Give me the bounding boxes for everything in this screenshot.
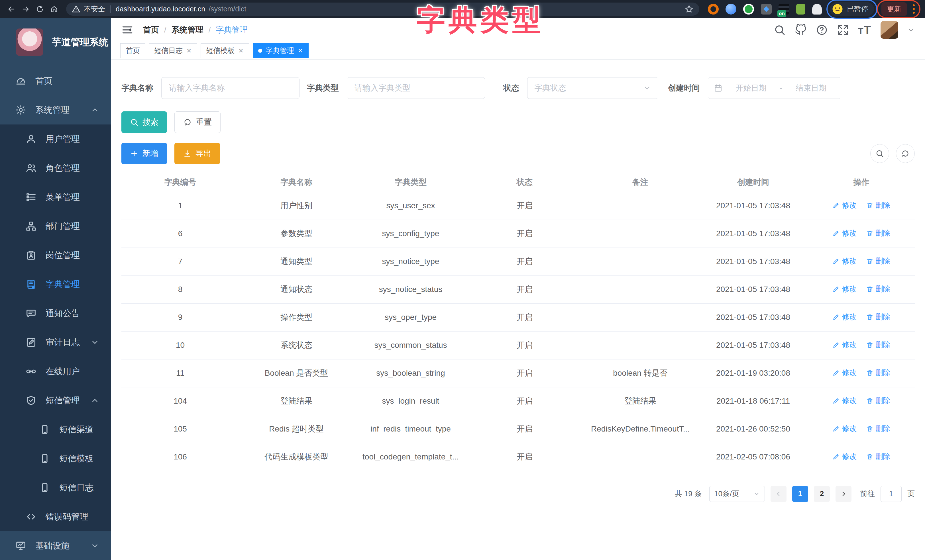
delete-link[interactable]: 删除 — [866, 284, 890, 294]
page-button-1[interactable]: 1 — [792, 486, 808, 502]
edit-link[interactable]: 修改 — [832, 396, 857, 406]
address-bar[interactable]: 不安全 dashboard.yudao.iocoder.cn/system/di… — [66, 3, 699, 16]
sidebar-item-sms[interactable]: 短信管理 — [0, 386, 111, 415]
sidebar-item-error-codes[interactable]: 错误码管理 — [0, 502, 111, 531]
edit-link[interactable]: 修改 — [832, 228, 857, 238]
goto-page-input[interactable] — [881, 486, 902, 502]
edit-link[interactable]: 修改 — [832, 452, 857, 461]
sidebar-item-home[interactable]: 首页 — [0, 66, 111, 95]
home-icon[interactable] — [48, 3, 60, 15]
edit-link[interactable]: 修改 — [832, 340, 857, 350]
extension-icon-sprout[interactable] — [796, 4, 805, 15]
sidebar-item-roles[interactable]: 角色管理 — [0, 154, 111, 182]
reload-icon[interactable] — [34, 3, 45, 15]
breadcrumb-system[interactable]: 系统管理 — [172, 24, 203, 35]
delete-link[interactable]: 删除 — [866, 200, 890, 210]
delete-link[interactable]: 删除 — [866, 368, 890, 378]
extension-icon-switchy[interactable]: on — [779, 4, 789, 15]
close-icon[interactable]: × — [186, 47, 192, 55]
cell-actions: 修改删除 — [807, 303, 915, 331]
sidebar-item-sms-template[interactable]: 短信模板 — [0, 444, 111, 473]
refresh-table-button[interactable] — [896, 144, 915, 163]
update-button[interactable]: 更新 — [881, 2, 907, 16]
font-size-icon[interactable]: TT — [858, 24, 871, 36]
edit-link[interactable]: 修改 — [832, 312, 857, 322]
dict-type-link[interactable]: inf_redis_timeout_type — [354, 415, 468, 443]
add-button[interactable]: 新增 — [121, 143, 167, 164]
sidebar-item-system[interactable]: 系统管理 — [0, 95, 111, 125]
extension-icon-ghost[interactable] — [812, 4, 822, 15]
close-icon[interactable]: × — [238, 47, 244, 55]
sidebar-item-infrastructure[interactable]: 基础设施 — [0, 531, 111, 560]
search-button[interactable]: 搜索 — [121, 111, 167, 133]
page-size-select[interactable]: 10条/页 — [709, 486, 765, 502]
sidebar-item-menus[interactable]: 菜单管理 — [0, 182, 111, 212]
create-time-range-picker[interactable]: 开始日期 - 结束日期 — [708, 77, 841, 99]
delete-link[interactable]: 删除 — [866, 228, 890, 238]
edit-link[interactable]: 修改 — [832, 200, 857, 210]
close-icon[interactable]: × — [297, 47, 303, 55]
sidebar-item-departments[interactable]: 部门管理 — [0, 212, 111, 241]
tab-sms-template[interactable]: 短信模板 × — [200, 43, 249, 58]
sidebar-item-audit-log[interactable]: 审计日志 — [0, 328, 111, 357]
dict-type-link[interactable]: sys_common_status — [354, 331, 468, 359]
reset-button[interactable]: 重置 — [175, 111, 221, 133]
browser-menu-icon[interactable] — [911, 3, 916, 15]
tab-home[interactable]: 首页 — [120, 43, 145, 58]
extension-icon-blue[interactable] — [726, 4, 736, 15]
dict-type-link[interactable]: sys_oper_type — [354, 303, 468, 331]
search-icon[interactable] — [774, 24, 786, 36]
sidebar-item-sms-log[interactable]: 短信日志 — [0, 473, 111, 502]
sidebar-item-notices[interactable]: 通知公告 — [0, 299, 111, 328]
sidebar-item-posts[interactable]: 岗位管理 — [0, 241, 111, 270]
delete-link[interactable]: 删除 — [866, 396, 890, 406]
sidebar-item-dict[interactable]: 字典管理 — [0, 270, 111, 299]
delete-link[interactable]: 删除 — [866, 340, 890, 350]
user-avatar[interactable] — [881, 21, 898, 39]
back-icon[interactable] — [6, 3, 17, 15]
dict-type-link[interactable]: sys_login_result — [354, 387, 468, 415]
delete-link[interactable]: 删除 — [866, 423, 890, 434]
tab-label: 短信模板 — [206, 46, 235, 55]
extension-icon-gem-grid[interactable] — [761, 4, 772, 15]
tab-sms-log[interactable]: 短信日志 × — [149, 43, 197, 58]
dict-type-link[interactable]: sys_notice_type — [354, 247, 468, 275]
page-button-2[interactable]: 2 — [814, 486, 830, 502]
dict-type-link[interactable]: sys_notice_status — [354, 275, 468, 303]
help-icon[interactable] — [816, 24, 828, 36]
user-icon — [26, 134, 36, 145]
edit-link[interactable]: 修改 — [832, 284, 857, 294]
extension-icon-green-circle[interactable] — [743, 4, 754, 15]
delete-link[interactable]: 删除 — [866, 312, 890, 322]
sync-paused-chip[interactable]: 已暂停 — [830, 2, 874, 16]
dict-name-input[interactable] — [161, 77, 300, 99]
edit-link[interactable]: 修改 — [832, 423, 857, 434]
delete-link[interactable]: 删除 — [866, 256, 890, 266]
tab-dict-active[interactable]: 字典管理 × — [253, 43, 309, 58]
show-search-button[interactable] — [870, 144, 889, 163]
chevron-down-icon[interactable] — [907, 26, 915, 34]
delete-link[interactable]: 删除 — [866, 452, 890, 461]
forward-icon[interactable] — [20, 3, 31, 15]
hamburger-icon[interactable] — [121, 24, 133, 36]
edit-link[interactable]: 修改 — [832, 256, 857, 266]
sidebar-item-sms-channel[interactable]: 短信渠道 — [0, 415, 111, 444]
security-warning-icon[interactable] — [72, 5, 80, 14]
status-select[interactable]: 字典状态 — [527, 77, 658, 99]
breadcrumb-home[interactable]: 首页 — [143, 24, 159, 35]
sidebar-item-users[interactable]: 用户管理 — [0, 125, 111, 154]
dict-type-link[interactable]: sys_config_type — [354, 220, 468, 247]
dict-type-input[interactable] — [347, 77, 485, 99]
sidebar-item-online-users[interactable]: 在线用户 — [0, 357, 111, 386]
dict-type-link[interactable]: tool_codegen_template_t... — [354, 443, 468, 471]
dict-type-link[interactable]: sys_boolean_string — [354, 359, 468, 387]
bookmark-star-icon[interactable] — [684, 5, 694, 14]
dict-type-link[interactable]: sys_user_sex — [354, 192, 468, 220]
export-button[interactable]: 导出 — [175, 143, 220, 164]
github-icon[interactable] — [795, 24, 807, 36]
edit-link[interactable]: 修改 — [832, 368, 857, 378]
prev-page-button[interactable] — [771, 486, 786, 502]
next-page-button[interactable] — [836, 486, 851, 502]
extension-icon-orange-ring[interactable] — [708, 4, 719, 15]
fullscreen-icon[interactable] — [837, 24, 849, 36]
